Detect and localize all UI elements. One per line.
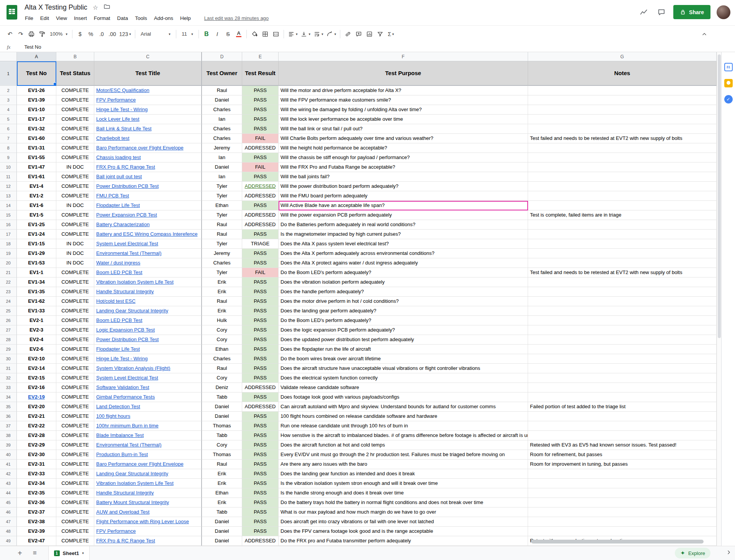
cell-test-status[interactable]: COMPLETE (56, 172, 94, 182)
cell-test-title-link[interactable]: AUW and Overload Test (94, 507, 202, 517)
cell-test-purpose[interactable]: Run one release candidate unit through 1… (279, 421, 528, 431)
cell-test-status[interactable]: COMPLETE (56, 364, 94, 373)
cell-test-title-link[interactable]: Handle Structural Integrity (94, 488, 202, 498)
cell-test-status[interactable]: COMPLETE (56, 220, 94, 230)
cell-notes[interactable] (528, 297, 717, 306)
cell-test-no[interactable]: EV2-14 (17, 364, 56, 373)
cell-test-title-link[interactable]: System Level Electrical Test (94, 239, 202, 249)
sheet-tab[interactable]: 1 Sheet1 ▾ (48, 546, 90, 560)
row-header-1[interactable]: 1 (0, 61, 17, 86)
vertical-scrollbar[interactable] (717, 52, 721, 546)
cell-test-owner[interactable]: Raul (202, 220, 242, 230)
borders-button[interactable] (260, 29, 271, 39)
cell-notes[interactable] (528, 517, 717, 527)
cell-test-result[interactable]: TRIAGE (242, 239, 279, 249)
header-cell-test-no[interactable]: Test No (17, 61, 56, 86)
cell-test-owner[interactable]: Daniel (202, 536, 242, 546)
increase-decimal-button[interactable]: .00 (107, 29, 118, 39)
cell-notes[interactable] (528, 230, 717, 239)
cell-test-status[interactable]: COMPLETE (56, 536, 94, 546)
cell-test-result[interactable]: ADDRESSED (242, 536, 279, 546)
cell-test-purpose[interactable]: Will the power expansion PCB perform ade… (279, 210, 528, 220)
cell-test-result[interactable]: PASS (242, 517, 279, 527)
column-header-F[interactable]: F (279, 52, 528, 61)
cell-test-result[interactable]: PASS (242, 95, 279, 105)
row-header-39[interactable]: 39 (0, 440, 17, 450)
cell-test-title-link[interactable]: FMU PCB Test (94, 191, 202, 201)
row-header-3[interactable]: 3 (0, 95, 17, 105)
row-header-48[interactable]: 48 (0, 527, 17, 536)
cell-test-no[interactable]: EV2-15 (17, 373, 56, 383)
cell-test-owner[interactable]: Raul (202, 230, 242, 239)
cell-test-title-link[interactable]: FPV Performance (94, 527, 202, 536)
cell-test-owner[interactable]: Raul (202, 364, 242, 373)
cell-test-no[interactable]: EV1-24 (17, 230, 56, 239)
cell-test-no[interactable]: EV1-31 (17, 143, 56, 153)
row-header-31[interactable]: 31 (0, 364, 17, 373)
cell-test-title-link[interactable]: Environmental Test (Thermal) (94, 440, 202, 450)
cell-test-title-link[interactable]: Chassis loading test (94, 153, 202, 163)
cell-test-no[interactable]: EV2-3 (17, 325, 56, 335)
star-icon[interactable]: ☆ (93, 4, 98, 11)
cell-test-no[interactable]: EV2-38 (17, 517, 56, 527)
document-title[interactable]: Alta X Testing Public (25, 3, 87, 11)
cell-test-status[interactable]: COMPLETE (56, 335, 94, 345)
row-header-15[interactable]: 15 (0, 210, 17, 220)
cell-test-status[interactable]: IN DOC (56, 201, 94, 210)
row-header-29[interactable]: 29 (0, 345, 17, 354)
cell-test-no[interactable]: EV2-31 (17, 460, 56, 469)
cell-test-purpose[interactable]: Validate release candidate software (279, 383, 528, 392)
cell-test-status[interactable]: COMPLETE (56, 287, 94, 297)
row-header-37[interactable]: 37 (0, 421, 17, 431)
cell-test-status[interactable]: COMPLETE (56, 325, 94, 335)
column-header-E[interactable]: E (242, 52, 279, 61)
cell-test-purpose[interactable]: Does the motor drive perform in hot / co… (279, 297, 528, 306)
cell-test-status[interactable]: COMPLETE (56, 354, 94, 364)
cell-test-result[interactable]: FAIL (242, 268, 279, 278)
redo-button[interactable]: ↷ (15, 29, 26, 39)
cell-test-result[interactable]: ADDRESSED (242, 220, 279, 230)
cell-test-no[interactable]: EV2-33 (17, 469, 56, 479)
cell-test-owner[interactable]: Cory (202, 325, 242, 335)
vertical-align-button[interactable]: ▾ (299, 29, 312, 39)
cell-notes[interactable] (528, 335, 717, 345)
cell-test-no[interactable]: EV1-53 (17, 258, 56, 268)
cell-test-title-link[interactable]: Gimbal Performance Tests (94, 392, 202, 402)
cell-test-result[interactable]: PASS (242, 431, 279, 440)
cell-test-title-link[interactable]: Ball joint pull out test (94, 172, 202, 182)
cell-test-status[interactable]: COMPLETE (56, 153, 94, 163)
row-header-49[interactable]: 49 (0, 536, 17, 546)
cell-test-status[interactable]: COMPLETE (56, 479, 94, 488)
cell-test-owner[interactable]: Tabb (202, 431, 242, 440)
cell-test-owner[interactable]: Charles (202, 124, 242, 134)
cell-test-no[interactable]: EV2-36 (17, 498, 56, 507)
cell-test-purpose[interactable]: Will the power distribution board perfor… (279, 182, 528, 191)
cell-notes[interactable] (528, 354, 717, 364)
cell-test-title-link[interactable]: Boom LED PCB Test (94, 316, 202, 325)
cell-notes[interactable] (528, 306, 717, 316)
cell-test-owner[interactable]: Cory (202, 335, 242, 345)
cell-test-owner[interactable]: Charles (202, 354, 242, 364)
header-cell-test-result[interactable]: Test Result (242, 61, 279, 86)
row-header-32[interactable]: 32 (0, 373, 17, 383)
cell-test-title-link[interactable]: System Vibration Analysis (Flight) (94, 364, 202, 373)
cell-test-result[interactable]: PASS (242, 507, 279, 517)
cell-test-result[interactable]: ADDRESSED (242, 383, 279, 392)
cell-test-purpose[interactable]: Does the Alta X protect agains water / d… (279, 258, 528, 268)
cell-test-title-link[interactable]: Blade Imbalance Test (94, 431, 202, 440)
row-header-19[interactable]: 19 (0, 249, 17, 258)
cell-test-result[interactable]: PASS (242, 469, 279, 479)
cell-test-status[interactable]: COMPLETE (56, 450, 94, 460)
cell-test-status[interactable]: COMPLETE (56, 105, 94, 115)
cell-test-title-link[interactable]: Flopdapter Life Test (94, 201, 202, 210)
cell-notes[interactable] (528, 220, 717, 230)
cell-test-owner[interactable]: Erik (202, 287, 242, 297)
cell-test-status[interactable]: COMPLETE (56, 230, 94, 239)
cell-test-result[interactable]: PASS (242, 316, 279, 325)
row-header-8[interactable]: 8 (0, 143, 17, 153)
cell-test-purpose[interactable]: Does the electrical system function corr… (279, 373, 528, 383)
cell-test-status[interactable]: COMPLETE (56, 134, 94, 143)
cell-test-no[interactable]: EV1-15 (17, 239, 56, 249)
cell-test-title-link[interactable]: Power Expansion PCB Test (94, 210, 202, 220)
cell-test-purpose[interactable]: Does the handle perform adequately? (279, 287, 528, 297)
